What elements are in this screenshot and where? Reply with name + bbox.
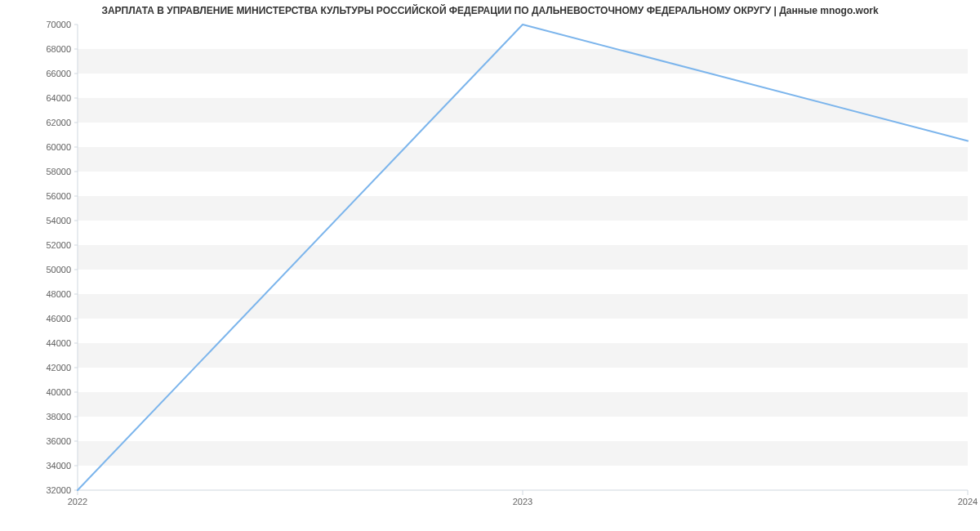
grid-band (78, 98, 968, 123)
y-tick-label: 60000 (46, 142, 71, 152)
y-tick-label: 54000 (46, 216, 71, 225)
y-tick-label: 58000 (46, 167, 71, 176)
y-tick-label: 50000 (46, 265, 71, 274)
y-tick-label: 32000 (46, 485, 71, 495)
x-tick-label: 2023 (513, 497, 532, 506)
grid-band (78, 49, 968, 74)
y-tick-label: 62000 (46, 118, 71, 127)
chart-title: ЗАРПЛАТА В УПРАВЛЕНИЕ МИНИСТЕРСТВА КУЛЬТ… (0, 5, 980, 16)
salary-line-chart: ЗАРПЛАТА В УПРАВЛЕНИЕ МИНИСТЕРСТВА КУЛЬТ… (0, 0, 980, 531)
chart-svg: 3200034000360003800040000420004400046000… (0, 0, 980, 531)
y-tick-label: 56000 (46, 191, 71, 201)
grid-band (78, 343, 968, 368)
y-tick-label: 66000 (46, 69, 71, 78)
y-tick-label: 36000 (46, 436, 71, 446)
y-tick-label: 34000 (46, 461, 71, 471)
grid-band (78, 441, 968, 466)
y-tick-label: 52000 (46, 240, 71, 250)
y-tick-label: 42000 (46, 363, 71, 373)
y-tick-label: 44000 (46, 338, 71, 348)
grid-band (78, 196, 968, 221)
x-tick-label: 2022 (68, 497, 87, 506)
y-tick-label: 40000 (46, 387, 71, 397)
grid-band (78, 147, 968, 172)
grid-band (78, 392, 968, 417)
grid-band (78, 245, 968, 270)
y-tick-label: 64000 (46, 93, 71, 103)
y-tick-label: 70000 (46, 20, 71, 29)
y-tick-label: 38000 (46, 412, 71, 422)
x-tick-label: 2024 (958, 497, 978, 506)
y-tick-label: 46000 (46, 314, 71, 324)
grid-band (78, 294, 968, 319)
y-tick-label: 68000 (46, 44, 71, 54)
y-tick-label: 48000 (46, 289, 71, 299)
